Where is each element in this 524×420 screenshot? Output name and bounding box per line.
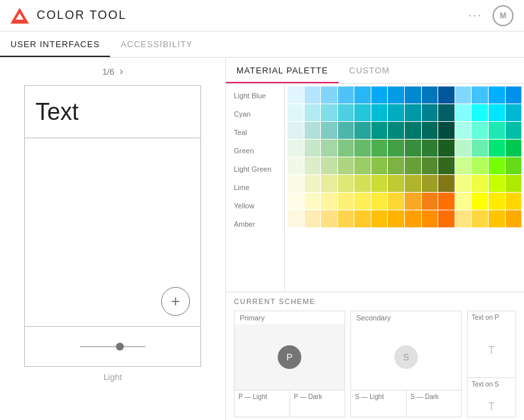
- color-swatch-2-10[interactable]: [455, 122, 472, 139]
- color-swatch-2-5[interactable]: [371, 122, 388, 139]
- color-swatch-2-2[interactable]: [321, 122, 337, 139]
- color-swatch-5-12[interactable]: [489, 175, 505, 192]
- color-swatch-5-7[interactable]: [405, 175, 421, 192]
- tab-custom[interactable]: CUSTOM: [339, 58, 400, 83]
- color-swatch-5-4[interactable]: [354, 175, 371, 192]
- color-swatch-3-13[interactable]: [506, 140, 522, 157]
- color-swatch-0-9[interactable]: [438, 86, 455, 104]
- color-swatch-5-1[interactable]: [305, 175, 321, 192]
- color-swatch-3-6[interactable]: [388, 140, 404, 157]
- color-swatch-7-13[interactable]: [506, 210, 522, 227]
- slider-thumb[interactable]: [116, 343, 124, 351]
- add-button[interactable]: +: [161, 287, 190, 316]
- color-swatch-0-0[interactable]: [288, 86, 304, 104]
- color-swatch-3-12[interactable]: [489, 140, 505, 157]
- menu-icon[interactable]: ···: [468, 9, 482, 22]
- color-swatch-4-10[interactable]: [455, 157, 472, 174]
- color-swatch-7-11[interactable]: [472, 210, 488, 227]
- color-swatch-1-2[interactable]: [321, 104, 337, 121]
- color-swatch-6-13[interactable]: [506, 193, 522, 210]
- color-swatch-6-9[interactable]: [438, 193, 455, 210]
- color-swatch-3-5[interactable]: [371, 140, 388, 157]
- account-icon[interactable]: M: [493, 5, 514, 26]
- color-swatch-6-7[interactable]: [405, 193, 421, 210]
- color-swatch-5-5[interactable]: [371, 175, 388, 192]
- color-swatch-7-9[interactable]: [438, 210, 455, 227]
- color-swatch-0-5[interactable]: [371, 86, 388, 104]
- color-swatch-4-3[interactable]: [338, 157, 354, 174]
- color-swatch-2-1[interactable]: [305, 122, 321, 139]
- color-swatch-3-11[interactable]: [472, 140, 488, 157]
- color-swatch-7-3[interactable]: [338, 210, 354, 227]
- color-swatch-1-7[interactable]: [405, 104, 421, 121]
- color-name-lime[interactable]: Lime: [226, 178, 284, 197]
- color-swatch-1-3[interactable]: [338, 104, 354, 121]
- tab-material-palette[interactable]: MATERIAL PALETTE: [226, 58, 339, 83]
- color-swatch-4-0[interactable]: [288, 157, 304, 174]
- color-swatch-6-0[interactable]: [288, 193, 304, 210]
- color-swatch-4-13[interactable]: [506, 157, 522, 174]
- primary-main-area[interactable]: P: [234, 324, 345, 390]
- color-swatch-4-8[interactable]: [422, 157, 438, 174]
- color-name-yellow[interactable]: Yellow: [226, 197, 284, 215]
- color-swatch-6-5[interactable]: [371, 193, 388, 210]
- color-swatch-7-1[interactable]: [305, 210, 321, 227]
- p-light-box[interactable]: P — Light: [234, 391, 290, 417]
- color-swatch-4-12[interactable]: [489, 157, 505, 174]
- color-swatch-5-2[interactable]: [321, 175, 337, 192]
- color-swatch-7-8[interactable]: [422, 210, 438, 227]
- color-swatch-7-12[interactable]: [489, 210, 505, 227]
- color-swatch-2-11[interactable]: [472, 122, 488, 139]
- s-light-box[interactable]: S — Light: [351, 391, 407, 417]
- color-name-light-blue[interactable]: Light Blue: [226, 86, 284, 105]
- color-swatch-7-7[interactable]: [405, 210, 421, 227]
- color-swatch-4-4[interactable]: [354, 157, 371, 174]
- color-swatch-2-12[interactable]: [489, 122, 505, 139]
- color-swatch-2-9[interactable]: [438, 122, 455, 139]
- color-swatch-0-10[interactable]: [455, 86, 472, 104]
- color-swatch-6-2[interactable]: [321, 193, 337, 210]
- color-swatch-4-7[interactable]: [405, 157, 421, 174]
- color-swatch-4-5[interactable]: [371, 157, 388, 174]
- color-swatch-3-0[interactable]: [288, 140, 304, 157]
- color-swatch-0-1[interactable]: [305, 86, 321, 104]
- color-swatch-5-8[interactable]: [422, 175, 438, 192]
- color-swatch-4-6[interactable]: [388, 157, 404, 174]
- color-name-light-green[interactable]: Light Green: [226, 160, 284, 178]
- color-name-teal[interactable]: Teal: [226, 123, 284, 142]
- color-swatch-7-10[interactable]: [455, 210, 472, 227]
- color-swatch-6-10[interactable]: [455, 193, 472, 210]
- color-swatch-0-6[interactable]: [388, 86, 404, 104]
- color-swatch-3-8[interactable]: [422, 140, 438, 157]
- color-swatch-0-2[interactable]: [321, 86, 337, 104]
- color-swatch-1-0[interactable]: [288, 104, 304, 121]
- color-swatch-4-2[interactable]: [321, 157, 337, 174]
- color-swatch-2-7[interactable]: [405, 122, 421, 139]
- color-swatch-6-6[interactable]: [388, 193, 404, 210]
- color-swatch-0-3[interactable]: [338, 86, 354, 104]
- tab-accessibility[interactable]: ACCESSIBILITY: [110, 31, 203, 57]
- color-swatch-6-8[interactable]: [422, 193, 438, 210]
- color-swatch-3-2[interactable]: [321, 140, 337, 157]
- color-swatch-5-6[interactable]: [388, 175, 404, 192]
- color-swatch-0-11[interactable]: [472, 86, 488, 104]
- s-dark-box[interactable]: S — Dark: [407, 391, 462, 417]
- color-swatch-2-6[interactable]: [388, 122, 404, 139]
- color-swatch-6-1[interactable]: [305, 193, 321, 210]
- color-swatch-4-1[interactable]: [305, 157, 321, 174]
- color-swatch-2-0[interactable]: [288, 122, 304, 139]
- color-swatch-1-12[interactable]: [489, 104, 505, 121]
- color-swatch-3-4[interactable]: [354, 140, 371, 157]
- color-name-green[interactable]: Green: [226, 142, 284, 160]
- color-swatch-0-4[interactable]: [354, 86, 371, 104]
- color-swatch-5-10[interactable]: [455, 175, 472, 192]
- tab-user-interfaces[interactable]: USER INTERFACES: [0, 31, 110, 57]
- color-swatch-1-6[interactable]: [388, 104, 404, 121]
- color-swatch-4-9[interactable]: [438, 157, 455, 174]
- color-swatch-1-10[interactable]: [455, 104, 472, 121]
- color-swatch-6-3[interactable]: [338, 193, 354, 210]
- color-swatch-6-12[interactable]: [489, 193, 505, 210]
- color-swatch-0-7[interactable]: [405, 86, 421, 104]
- color-name-amber[interactable]: Amber: [226, 215, 284, 233]
- p-dark-box[interactable]: P — Dark: [290, 391, 345, 417]
